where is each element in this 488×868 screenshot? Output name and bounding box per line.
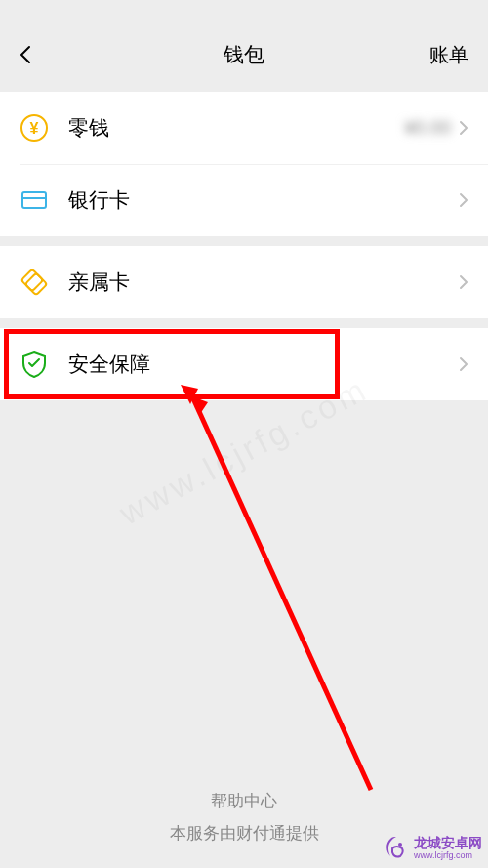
section-security: 安全保障 [0,328,488,400]
svg-rect-4 [21,269,44,292]
chevron-right-icon [459,120,468,136]
chevron-right-icon [459,356,468,372]
yen-coin-icon: ¥ [20,113,49,143]
balance-label: 零钱 [68,114,404,142]
svg-text:¥: ¥ [30,120,39,137]
status-bar [0,0,488,27]
back-button[interactable] [20,45,59,64]
section-balance-cards: ¥ 零钱 ¥0.00 银行卡 [0,92,488,236]
page-title: 钱包 [224,41,264,68]
svg-rect-5 [25,273,48,296]
card-icon [20,186,49,215]
family-card-icon [20,268,49,297]
annotation-arrow [181,385,376,795]
row-bankcard[interactable]: 银行卡 [0,164,488,236]
section-family: 亲属卡 [0,246,488,318]
row-balance[interactable]: ¥ 零钱 ¥0.00 [0,92,488,164]
nav-bar: 钱包 账单 [0,27,488,82]
balance-value: ¥0.00 [404,117,451,139]
watermark-title: 龙城安卓网 [414,836,482,850]
row-security[interactable]: 安全保障 [0,328,488,400]
bankcard-label: 银行卡 [68,186,459,214]
row-familycard[interactable]: 亲属卡 [0,246,488,318]
familycard-label: 亲属卡 [68,269,459,296]
svg-line-6 [192,396,371,790]
site-watermark: 龙城安卓网 www.lcjrfg.com [383,835,482,862]
chevron-right-icon [459,274,468,290]
watermark-logo-icon [383,835,410,862]
shield-icon [20,350,49,379]
help-center-link[interactable]: 帮助中心 [0,790,488,812]
chevron-left-icon [20,45,31,64]
bills-button[interactable]: 账单 [429,42,468,68]
chevron-right-icon [459,192,468,208]
svg-rect-2 [22,192,46,208]
security-label: 安全保障 [68,351,459,378]
watermark-url: www.lcjrfg.com [414,851,482,861]
